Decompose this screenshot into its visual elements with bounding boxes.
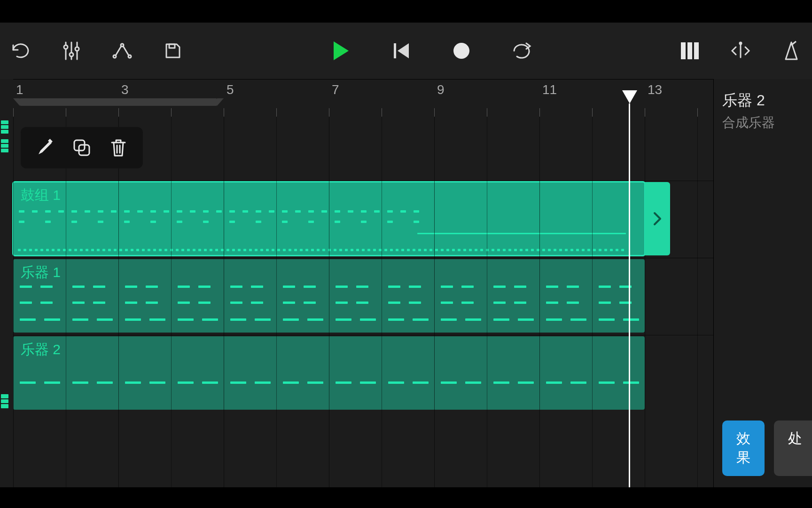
split-button[interactable] — [729, 40, 752, 62]
piano-icon — [680, 41, 700, 60]
tracks-area: 鼓组 1乐器 1乐器 2 — [0, 117, 812, 487]
loop-icon — [510, 42, 533, 59]
save-icon — [164, 41, 182, 60]
clip[interactable]: 乐器 1 — [13, 259, 645, 333]
svg-rect-17 — [687, 42, 692, 59]
play-icon — [332, 40, 351, 61]
track-meter — [1, 120, 8, 134]
instrument-side-panel: 乐器 2 合成乐器 效果 处 — [713, 79, 812, 487]
svg-point-15 — [453, 43, 469, 59]
split-icon — [730, 41, 751, 60]
track-row[interactable]: 乐器 1 — [13, 258, 812, 334]
side-panel-subtitle: 合成乐器 — [722, 114, 812, 132]
play-button[interactable] — [330, 40, 352, 62]
keyboard-button[interactable] — [679, 40, 701, 62]
loop-region[interactable] — [20, 98, 217, 106]
track-meter — [1, 139, 8, 152]
automation-icon — [111, 41, 133, 60]
ruler-label: 13 — [648, 82, 662, 97]
record-button[interactable] — [450, 40, 473, 62]
rewind-button[interactable] — [390, 40, 413, 62]
track-row[interactable]: 乐器 2 — [13, 335, 812, 411]
ruler-label: 1 — [16, 82, 23, 97]
automation-button[interactable] — [111, 40, 133, 62]
timeline-ruler[interactable]: 135791113 — [13, 79, 812, 117]
clip[interactable]: 鼓组 1 — [13, 182, 645, 255]
edit-clip-button[interactable] — [34, 136, 56, 159]
svg-rect-18 — [694, 42, 699, 59]
undo-button[interactable] — [9, 40, 32, 62]
clip-selection-toolbar — [21, 127, 143, 168]
sliders-icon — [62, 40, 81, 61]
track-header-column — [0, 117, 11, 487]
side-panel-title: 乐器 2 — [722, 90, 812, 111]
more-button[interactable]: 处 — [774, 421, 812, 476]
clip-extend-handle[interactable] — [645, 182, 670, 255]
ruler-label: 3 — [121, 82, 129, 97]
undo-icon — [10, 41, 31, 60]
svg-rect-16 — [681, 42, 686, 59]
copy-clip-button[interactable] — [70, 136, 93, 159]
ruler-label: 9 — [437, 82, 445, 97]
loop-button[interactable] — [510, 40, 533, 62]
playhead[interactable] — [629, 103, 630, 487]
svg-point-3 — [70, 53, 73, 56]
mixer-button[interactable] — [60, 40, 83, 62]
chevron-right-icon — [653, 211, 662, 226]
trash-icon — [110, 138, 127, 158]
clip[interactable]: 乐器 2 — [13, 336, 645, 410]
save-button[interactable] — [162, 40, 184, 62]
metronome-icon — [783, 40, 800, 61]
track-meter — [1, 394, 8, 408]
delete-clip-button[interactable] — [107, 136, 130, 159]
svg-point-20 — [740, 42, 742, 44]
ruler-label: 7 — [332, 82, 339, 97]
track-row[interactable]: 鼓组 1 — [13, 181, 812, 257]
svg-rect-13 — [394, 43, 396, 58]
svg-rect-11 — [169, 44, 175, 48]
svg-point-5 — [75, 47, 79, 51]
skip-start-icon — [392, 41, 411, 60]
svg-marker-14 — [398, 43, 409, 58]
effects-button[interactable]: 效果 — [722, 421, 765, 476]
ruler-label: 11 — [542, 82, 557, 97]
pencil-icon — [36, 138, 55, 157]
svg-line-10 — [123, 46, 129, 56]
ruler-label: 5 — [226, 82, 234, 97]
svg-point-1 — [64, 45, 68, 49]
svg-line-9 — [116, 46, 121, 56]
record-icon — [453, 42, 470, 60]
top-toolbar — [0, 23, 812, 79]
svg-marker-12 — [334, 41, 349, 60]
metronome-button[interactable] — [780, 40, 803, 62]
copy-icon — [72, 138, 91, 157]
